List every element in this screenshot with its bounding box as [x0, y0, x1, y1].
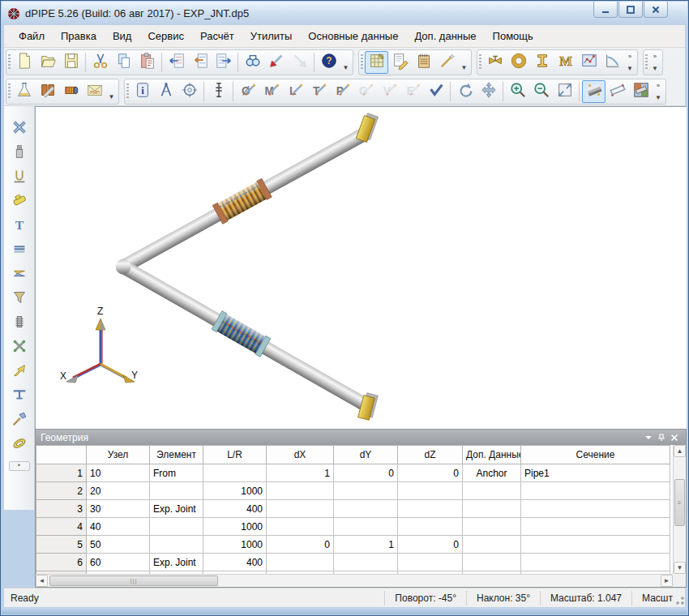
maximize-button[interactable] [618, 2, 643, 18]
menu-item-расч-т[interactable]: Расчёт [192, 27, 242, 45]
table-cell[interactable]: 1000 [203, 482, 267, 500]
table-cell[interactable] [267, 500, 334, 518]
menu-item-правка[interactable]: Правка [53, 27, 105, 45]
title-bar[interactable]: dPIPE 5.26 (Build: 06 авг 2017) - EXP_JN… [2, 2, 687, 25]
table-cell[interactable] [521, 554, 670, 571]
row-number-cell[interactable]: 1 [36, 464, 87, 482]
table-cell[interactable]: Anchor [463, 464, 521, 482]
table-cell[interactable]: 0 [267, 536, 334, 554]
copy-button[interactable] [112, 51, 135, 74]
table-cell[interactable]: Exp. Joint [150, 500, 203, 518]
table-cell[interactable]: 20 [87, 482, 150, 500]
export-page-right-button[interactable] [212, 51, 235, 74]
check-y-button[interactable] [424, 80, 447, 103]
i-beam-button[interactable] [530, 51, 554, 74]
t-support-button[interactable] [7, 385, 31, 408]
model-viewport[interactable]: Z X Y [35, 106, 687, 429]
table-cell[interactable] [521, 500, 670, 518]
table-view-button[interactable] [365, 51, 388, 74]
geometry-panel-header[interactable]: Геометрия [36, 430, 686, 445]
valve-small-button[interactable] [7, 190, 31, 213]
table-cell[interactable] [398, 482, 463, 500]
column-header-Узел[interactable]: Узел [87, 446, 150, 464]
scroll-up-button[interactable]: ▲ [674, 445, 686, 457]
row-number-cell[interactable]: 4 [36, 518, 87, 536]
vertical-scrollbar[interactable]: ▲ ≡ ▼ [673, 445, 686, 574]
compass-button[interactable] [154, 80, 178, 103]
target-button[interactable] [178, 80, 201, 103]
table-cell[interactable]: 10 [87, 464, 150, 482]
import-page-left-button[interactable] [165, 51, 188, 74]
toolbar-expand-notch[interactable]: ‣ [9, 461, 30, 471]
table-cell[interactable] [463, 482, 521, 500]
horizontal-scrollbar[interactable]: ◄ ||| ► [36, 574, 673, 587]
menu-item-помощь[interactable]: Помощь [485, 27, 541, 45]
column-header-dX[interactable]: dX [267, 446, 334, 464]
close-button[interactable] [644, 2, 668, 18]
ring-button[interactable] [507, 51, 530, 74]
valve-button[interactable] [483, 51, 507, 74]
table-cell[interactable] [463, 536, 521, 554]
row-number-cell[interactable]: 6 [36, 554, 87, 571]
flange-button[interactable] [7, 239, 31, 262]
panel-menu-button[interactable] [642, 431, 655, 443]
panel-pin-button[interactable] [655, 431, 668, 443]
column-header-rownum[interactable] [36, 446, 87, 464]
table-cell[interactable]: 0 [398, 464, 463, 482]
table-cell[interactable]: 1 [267, 464, 334, 482]
scroll-left-button[interactable]: ◄ [36, 575, 48, 587]
column-header-dZ[interactable]: dZ [398, 446, 463, 464]
zoom-out-button[interactable] [529, 80, 553, 103]
table-cell[interactable] [203, 464, 267, 482]
menu-item-утилиты[interactable]: Утилиты [242, 27, 301, 45]
rotate-button[interactable] [453, 80, 477, 103]
table-cell[interactable] [334, 500, 398, 518]
new-file-button[interactable] [12, 51, 36, 74]
column-header-Сечение[interactable]: Сечение [521, 446, 670, 464]
resize-grip[interactable] [674, 591, 685, 605]
horizontal-scroll-thumb[interactable]: ||| [49, 575, 218, 586]
cut-button[interactable] [88, 51, 112, 74]
paste-button[interactable] [135, 51, 159, 74]
notepad-button[interactable] [412, 51, 435, 74]
u-support-button[interactable] [7, 166, 31, 189]
table-cell[interactable]: 400 [203, 554, 267, 571]
table-cell[interactable] [398, 500, 463, 518]
toolbar-overflow-chevron[interactable]: »▼ [653, 80, 664, 103]
save-file-button[interactable] [59, 51, 83, 74]
pencil-g-button[interactable]: G [353, 80, 377, 103]
shaded-view-button[interactable] [582, 80, 606, 103]
supports-view-button[interactable] [606, 80, 629, 103]
pan-button[interactable] [477, 80, 500, 103]
toolbar-options-dropdown[interactable]: ▼ [459, 51, 469, 74]
menu-item-сервис[interactable]: Сервис [139, 27, 192, 45]
spring-hanger-button[interactable] [7, 312, 31, 335]
menu-item-файл[interactable]: Файл [11, 27, 53, 45]
zoom-in-button[interactable] [506, 80, 529, 103]
help-button[interactable]: ? [317, 51, 340, 74]
delete-x-button[interactable] [7, 118, 31, 140]
row-number-cell[interactable]: 3 [36, 500, 87, 518]
row-number-cell[interactable]: 2 [36, 482, 87, 500]
table-cell[interactable] [150, 518, 203, 536]
import-page-left-2-button[interactable] [188, 51, 212, 74]
table-cell[interactable] [398, 518, 463, 536]
x-joint-button[interactable] [7, 336, 31, 359]
bend-ellipse-button[interactable] [7, 434, 31, 456]
flask-button[interactable] [12, 80, 36, 103]
find-binoculars-button[interactable] [241, 51, 264, 74]
table-cell[interactable] [267, 518, 334, 536]
table-cell[interactable]: 50 [87, 536, 150, 554]
table-cell[interactable] [334, 554, 398, 571]
table-cell[interactable]: 1000 [203, 536, 267, 554]
chart-button[interactable] [577, 51, 601, 74]
table-cell[interactable] [334, 482, 398, 500]
book-pencil-button[interactable] [36, 80, 59, 103]
weight-button[interactable] [7, 142, 31, 165]
m-beam-button[interactable]: M [554, 51, 577, 74]
pencil-t-button[interactable]: T [306, 80, 330, 103]
pencil-v-button[interactable]: V [377, 80, 400, 103]
reducer-button[interactable] [7, 263, 31, 286]
table-cell[interactable]: 0 [398, 536, 463, 554]
pencil-e-button[interactable]: E [400, 80, 424, 103]
